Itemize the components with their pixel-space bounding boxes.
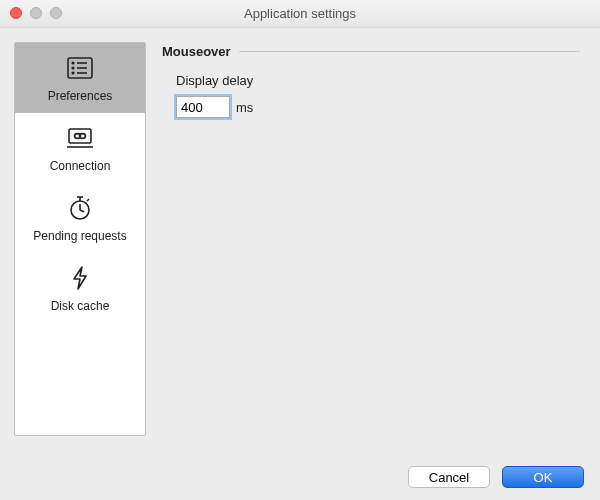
section-divider [239,51,580,52]
svg-point-3 [72,67,74,69]
svg-line-13 [80,210,84,212]
sidebar-item-label: Connection [50,159,111,173]
close-window-button[interactable] [10,7,22,19]
ok-button[interactable]: OK [502,466,584,488]
section-title: Mouseover [162,44,231,59]
sidebar-item-label: Pending requests [33,229,126,243]
display-delay-unit: ms [236,100,253,115]
svg-point-1 [72,62,74,64]
display-delay-input[interactable] [176,96,230,118]
display-delay-label: Display delay [176,73,580,88]
svg-point-5 [72,72,74,74]
window-controls [10,7,62,19]
sidebar-item-label: Disk cache [51,299,110,313]
display-delay-row: ms [176,96,580,118]
svg-line-16 [87,199,89,201]
cancel-button[interactable]: Cancel [408,466,490,488]
content-area: Preferences Connection [0,28,600,450]
sidebar: Preferences Connection [14,42,146,436]
dialog-buttons: Cancel OK [408,466,584,488]
sidebar-item-label: Preferences [48,89,113,103]
sidebar-item-pending-requests[interactable]: Pending requests [15,183,145,253]
connection-icon [64,125,96,151]
lightning-icon [64,265,96,291]
sidebar-item-connection[interactable]: Connection [15,113,145,183]
list-icon [64,55,96,81]
sidebar-item-disk-cache[interactable]: Disk cache [15,253,145,323]
main-panel: Mouseover Display delay ms [156,42,586,436]
window-title: Application settings [244,6,356,21]
minimize-window-button[interactable] [30,7,42,19]
titlebar: Application settings [0,0,600,28]
display-delay-field: Display delay ms [176,73,580,118]
zoom-window-button[interactable] [50,7,62,19]
stopwatch-icon [64,195,96,221]
section-header: Mouseover [162,44,580,59]
sidebar-item-preferences[interactable]: Preferences [15,43,145,113]
